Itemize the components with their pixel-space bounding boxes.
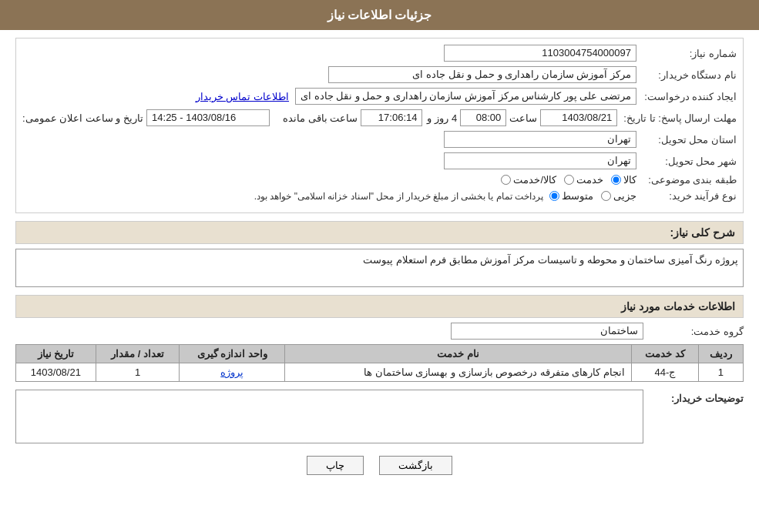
hours-remaining-value: 17:06:14 — [361, 109, 422, 126]
services-section-title: اطلاعات خدمات مورد نیاز — [15, 295, 744, 318]
print-button[interactable]: چاپ — [307, 456, 364, 475]
category-option-kala[interactable]: کالا — [611, 174, 636, 186]
city-label: شهر محل تحویل: — [636, 156, 737, 167]
category-label: طبقه بندی موضوعی: — [636, 174, 737, 186]
col-quantity: تعداد / مقدار — [96, 345, 180, 363]
need-number-value: 1103004754000097 — [444, 45, 636, 62]
requester-person-label: ایجاد کننده درخواست: — [636, 91, 737, 102]
page-header: جزئیات اطلاعات نیاز — [0, 0, 759, 30]
days-value-label: 4 — [452, 112, 457, 124]
need-number-row: شماره نیاز: 1103004754000097 — [22, 45, 737, 62]
col-date: تاریخ نیاز — [16, 345, 96, 363]
cell-quantity: 1 — [96, 363, 180, 382]
col-service-code: کد خدمت — [632, 345, 699, 363]
response-time-value: 08:00 — [460, 109, 506, 126]
announcement-group: 1403/08/16 - 14:25 تاریخ و ساعت اعلان عم… — [22, 109, 270, 126]
service-desc-value: پروژه رنگ آمیزی ساختمان و محوطه و تاسیسا… — [363, 254, 738, 266]
buyer-notes-box — [15, 390, 643, 443]
category-label-khedmat: خدمت — [576, 174, 603, 186]
city-row: شهر محل تحویل: تهران — [22, 152, 737, 169]
buyer-notes-row: توضیحات خریدار: — [15, 390, 744, 443]
purchase-note: پرداخت تمام یا بخشی از مبلغ خریدار از مح… — [254, 191, 543, 202]
purchase-type-option-jozii[interactable]: جزیی — [601, 190, 636, 202]
purchase-type-radio-jozii[interactable] — [601, 191, 611, 201]
purchase-type-label-jozii: جزیی — [613, 190, 636, 202]
page-wrapper: جزئیات اطلاعات نیاز شماره نیاز: 11030047… — [0, 0, 759, 532]
cell-unit: پروژه — [180, 363, 285, 382]
col-row-num: ردیف — [698, 345, 743, 363]
category-row: طبقه بندی موضوعی: کالا/خدمت خدمت کالا — [22, 174, 737, 186]
time-label: ساعت — [509, 112, 537, 124]
services-section: اطلاعات خدمات مورد نیاز گروه خدمت: ساختم… — [15, 295, 744, 382]
remaining-label: ساعت باقی مانده — [283, 112, 358, 124]
purchase-type-option-motavasset[interactable]: متوسط — [549, 190, 593, 202]
cell-service-code: ج-44 — [632, 363, 699, 382]
announcement-value: 1403/08/16 - 14:25 — [146, 109, 270, 126]
buttons-row: بازگشت چاپ — [15, 456, 744, 475]
col-service-name: نام خدمت — [285, 345, 632, 363]
days-label: روز و — [427, 112, 448, 124]
province-row: استان محل تحویل: تهران — [22, 131, 737, 148]
requester-org-label: نام دستگاه خریدار: — [636, 69, 737, 81]
category-radio-kala-khedmat[interactable] — [501, 175, 511, 185]
back-button[interactable]: بازگشت — [379, 456, 452, 475]
requester-org-row: نام دستگاه خریدار: مرکز آموزش سازمان راه… — [22, 66, 737, 83]
purchase-type-label-motavasset: متوسط — [562, 190, 593, 202]
service-group-value: ساختمان — [451, 323, 643, 340]
requester-org-value: مرکز آموزش سازمان راهداری و حمل و نقل جا… — [328, 66, 636, 83]
response-deadline-label: مهلت ارسال پاسخ: تا تاریخ: — [617, 112, 737, 124]
response-date-value: 1403/08/21 — [540, 109, 617, 126]
service-desc-box: پروژه رنگ آمیزی ساختمان و محوطه و تاسیسا… — [15, 249, 744, 287]
service-desc-section: شرح کلی نیاز: پروژه رنگ آمیزی ساختمان و … — [15, 221, 744, 287]
buyer-notes-label: توضیحات خریدار: — [643, 390, 744, 404]
cell-date: 1403/08/21 — [16, 363, 96, 382]
category-option-khedmat[interactable]: خدمت — [564, 174, 603, 186]
table-header-row: ردیف کد خدمت نام خدمت واحد اندازه گیری ت… — [16, 345, 744, 363]
category-radio-kala[interactable] — [611, 175, 621, 185]
cell-service-name: انجام کارهای متفرقه درخصوص بازسازی و بهس… — [285, 363, 632, 382]
requester-person-row: ایجاد کننده درخواست: مرتضی علی پور کارشن… — [22, 88, 737, 105]
response-deadline-row: مهلت ارسال پاسخ: تا تاریخ: 1403/08/21 سا… — [22, 109, 737, 126]
service-group-label: گروه خدمت: — [643, 326, 744, 337]
announcement-label: تاریخ و ساعت اعلان عمومی: — [22, 112, 143, 124]
province-label: استان محل تحویل: — [636, 134, 737, 146]
need-number-label: شماره نیاز: — [636, 48, 737, 59]
purchase-type-row: نوع فرآیند خرید: متوسط جزیی پرداخت تمام … — [22, 190, 737, 202]
service-group-row: گروه خدمت: ساختمان — [15, 323, 744, 340]
category-label-kala: کالا — [623, 174, 636, 186]
contact-link[interactable]: اطلاعات تماس خریدار — [196, 91, 289, 102]
city-value: تهران — [444, 152, 636, 169]
cell-row-num: 1 — [698, 363, 743, 382]
category-radio-group: کالا/خدمت خدمت کالا — [501, 174, 636, 186]
content-area: شماره نیاز: 1103004754000097 نام دستگاه … — [0, 30, 759, 483]
page-title: جزئیات اطلاعات نیاز — [327, 8, 432, 22]
col-unit: واحد اندازه گیری — [180, 345, 285, 363]
table-row: 1 ج-44 انجام کارهای متفرقه درخصوص بازساز… — [16, 363, 744, 382]
purchase-type-radio-group: متوسط جزیی — [549, 190, 636, 202]
service-table: ردیف کد خدمت نام خدمت واحد اندازه گیری ت… — [15, 344, 744, 382]
purchase-type-label: نوع فرآیند خرید: — [636, 190, 737, 202]
purchase-type-radio-motavasset[interactable] — [549, 191, 559, 201]
category-label-kala-khedmat: کالا/خدمت — [513, 174, 556, 186]
service-desc-title: شرح کلی نیاز: — [15, 221, 744, 244]
category-radio-khedmat[interactable] — [564, 175, 574, 185]
province-value: تهران — [444, 131, 636, 148]
requester-person-value: مرتضی علی پور کارشناس مرکز آموزش سازمان … — [295, 88, 636, 105]
category-option-kala-khedmat[interactable]: کالا/خدمت — [501, 174, 556, 186]
main-info-section: شماره نیاز: 1103004754000097 نام دستگاه … — [15, 38, 744, 213]
